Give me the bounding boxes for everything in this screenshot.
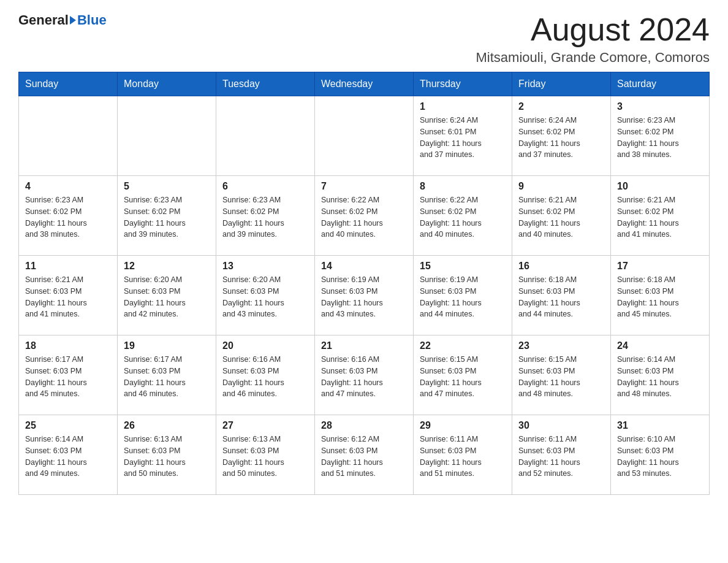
calendar-cell: 23Sunrise: 6:15 AMSunset: 6:03 PMDayligh… xyxy=(512,335,611,415)
day-info: Sunrise: 6:18 AMSunset: 6:03 PMDaylight:… xyxy=(518,274,604,320)
calendar-cell: 17Sunrise: 6:18 AMSunset: 6:03 PMDayligh… xyxy=(611,256,710,335)
calendar-cell: 9Sunrise: 6:21 AMSunset: 6:02 PMDaylight… xyxy=(512,176,611,256)
day-info: Sunrise: 6:14 AMSunset: 6:03 PMDaylight:… xyxy=(25,434,111,480)
calendar-cell: 22Sunrise: 6:15 AMSunset: 6:03 PMDayligh… xyxy=(414,335,512,415)
day-number: 11 xyxy=(25,261,111,272)
logo-arrow-icon xyxy=(70,16,76,25)
calendar-cell: 13Sunrise: 6:20 AMSunset: 6:03 PMDayligh… xyxy=(216,256,315,335)
day-number: 27 xyxy=(222,420,308,431)
calendar-cell: 19Sunrise: 6:17 AMSunset: 6:03 PMDayligh… xyxy=(118,335,216,415)
header-saturday: Saturday xyxy=(611,72,710,96)
header-wednesday: Wednesday xyxy=(315,72,414,96)
day-number: 22 xyxy=(420,340,506,351)
day-info: Sunrise: 6:11 AMSunset: 6:03 PMDaylight:… xyxy=(518,434,604,480)
day-info: Sunrise: 6:23 AMSunset: 6:02 PMDaylight:… xyxy=(124,194,210,240)
calendar-cell: 12Sunrise: 6:20 AMSunset: 6:03 PMDayligh… xyxy=(118,256,216,335)
header-friday: Friday xyxy=(512,72,611,96)
week-row-4: 18Sunrise: 6:17 AMSunset: 6:03 PMDayligh… xyxy=(19,335,710,415)
day-number: 1 xyxy=(420,101,506,112)
day-info: Sunrise: 6:21 AMSunset: 6:03 PMDaylight:… xyxy=(25,274,111,320)
day-number: 12 xyxy=(124,261,210,272)
header-monday: Monday xyxy=(118,72,216,96)
day-info: Sunrise: 6:22 AMSunset: 6:02 PMDaylight:… xyxy=(420,194,506,240)
calendar-cell: 16Sunrise: 6:18 AMSunset: 6:03 PMDayligh… xyxy=(512,256,611,335)
day-info: Sunrise: 6:10 AMSunset: 6:03 PMDaylight:… xyxy=(617,434,703,480)
title-block: August 2024 Mitsamiouli, Grande Comore, … xyxy=(476,12,710,66)
day-info: Sunrise: 6:19 AMSunset: 6:03 PMDaylight:… xyxy=(321,274,407,320)
day-number: 29 xyxy=(420,420,506,431)
day-info: Sunrise: 6:20 AMSunset: 6:03 PMDaylight:… xyxy=(222,274,308,320)
calendar-cell: 1Sunrise: 6:24 AMSunset: 6:01 PMDaylight… xyxy=(414,96,512,176)
day-info: Sunrise: 6:23 AMSunset: 6:02 PMDaylight:… xyxy=(25,194,111,240)
calendar-cell xyxy=(118,96,216,176)
day-info: Sunrise: 6:21 AMSunset: 6:02 PMDaylight:… xyxy=(617,194,703,240)
calendar-cell: 21Sunrise: 6:16 AMSunset: 6:03 PMDayligh… xyxy=(315,335,414,415)
calendar-cell: 15Sunrise: 6:19 AMSunset: 6:03 PMDayligh… xyxy=(414,256,512,335)
day-info: Sunrise: 6:22 AMSunset: 6:02 PMDaylight:… xyxy=(321,194,407,240)
page-header: General Blue August 2024 Mitsamiouli, Gr… xyxy=(18,12,710,66)
day-number: 6 xyxy=(222,181,308,192)
calendar-cell: 11Sunrise: 6:21 AMSunset: 6:03 PMDayligh… xyxy=(19,256,118,335)
day-number: 2 xyxy=(518,101,604,112)
calendar-table: SundayMondayTuesdayWednesdayThursdayFrid… xyxy=(18,72,710,495)
calendar-cell xyxy=(315,96,414,176)
day-number: 25 xyxy=(25,420,111,431)
day-number: 15 xyxy=(420,261,506,272)
day-number: 23 xyxy=(518,340,604,351)
week-row-3: 11Sunrise: 6:21 AMSunset: 6:03 PMDayligh… xyxy=(19,256,710,335)
calendar-cell: 8Sunrise: 6:22 AMSunset: 6:02 PMDaylight… xyxy=(414,176,512,256)
day-number: 14 xyxy=(321,261,407,272)
calendar-cell: 28Sunrise: 6:12 AMSunset: 6:03 PMDayligh… xyxy=(315,415,414,495)
day-number: 17 xyxy=(617,261,703,272)
week-row-1: 1Sunrise: 6:24 AMSunset: 6:01 PMDaylight… xyxy=(19,96,710,176)
day-info: Sunrise: 6:11 AMSunset: 6:03 PMDaylight:… xyxy=(420,434,506,480)
calendar-cell: 31Sunrise: 6:10 AMSunset: 6:03 PMDayligh… xyxy=(611,415,710,495)
day-number: 18 xyxy=(25,340,111,351)
header-sunday: Sunday xyxy=(19,72,118,96)
logo-blue: Blue xyxy=(77,12,107,28)
calendar-cell: 24Sunrise: 6:14 AMSunset: 6:03 PMDayligh… xyxy=(611,335,710,415)
day-info: Sunrise: 6:15 AMSunset: 6:03 PMDaylight:… xyxy=(518,354,604,400)
calendar-cell: 25Sunrise: 6:14 AMSunset: 6:03 PMDayligh… xyxy=(19,415,118,495)
day-number: 28 xyxy=(321,420,407,431)
calendar-header-row: SundayMondayTuesdayWednesdayThursdayFrid… xyxy=(19,72,710,96)
day-number: 9 xyxy=(518,181,604,192)
day-info: Sunrise: 6:18 AMSunset: 6:03 PMDaylight:… xyxy=(617,274,703,320)
calendar-cell xyxy=(216,96,315,176)
day-info: Sunrise: 6:14 AMSunset: 6:03 PMDaylight:… xyxy=(617,354,703,400)
day-number: 4 xyxy=(25,181,111,192)
calendar-cell: 6Sunrise: 6:23 AMSunset: 6:02 PMDaylight… xyxy=(216,176,315,256)
week-row-2: 4Sunrise: 6:23 AMSunset: 6:02 PMDaylight… xyxy=(19,176,710,256)
day-info: Sunrise: 6:13 AMSunset: 6:03 PMDaylight:… xyxy=(222,434,308,480)
logo: General Blue xyxy=(18,12,107,28)
calendar-cell: 14Sunrise: 6:19 AMSunset: 6:03 PMDayligh… xyxy=(315,256,414,335)
day-number: 16 xyxy=(518,261,604,272)
logo-general: General xyxy=(18,12,69,28)
calendar-cell: 29Sunrise: 6:11 AMSunset: 6:03 PMDayligh… xyxy=(414,415,512,495)
header-thursday: Thursday xyxy=(414,72,512,96)
day-info: Sunrise: 6:16 AMSunset: 6:03 PMDaylight:… xyxy=(321,354,407,400)
day-number: 24 xyxy=(617,340,703,351)
calendar-cell: 5Sunrise: 6:23 AMSunset: 6:02 PMDaylight… xyxy=(118,176,216,256)
day-info: Sunrise: 6:24 AMSunset: 6:02 PMDaylight:… xyxy=(518,115,604,161)
main-title: August 2024 xyxy=(476,12,710,47)
calendar-cell: 4Sunrise: 6:23 AMSunset: 6:02 PMDaylight… xyxy=(19,176,118,256)
day-info: Sunrise: 6:21 AMSunset: 6:02 PMDaylight:… xyxy=(518,194,604,240)
day-info: Sunrise: 6:12 AMSunset: 6:03 PMDaylight:… xyxy=(321,434,407,480)
day-info: Sunrise: 6:24 AMSunset: 6:01 PMDaylight:… xyxy=(420,115,506,161)
calendar-cell: 18Sunrise: 6:17 AMSunset: 6:03 PMDayligh… xyxy=(19,335,118,415)
day-info: Sunrise: 6:20 AMSunset: 6:03 PMDaylight:… xyxy=(124,274,210,320)
day-info: Sunrise: 6:23 AMSunset: 6:02 PMDaylight:… xyxy=(617,115,703,161)
calendar-cell: 7Sunrise: 6:22 AMSunset: 6:02 PMDaylight… xyxy=(315,176,414,256)
calendar-cell: 2Sunrise: 6:24 AMSunset: 6:02 PMDaylight… xyxy=(512,96,611,176)
calendar-cell: 10Sunrise: 6:21 AMSunset: 6:02 PMDayligh… xyxy=(611,176,710,256)
day-number: 19 xyxy=(124,340,210,351)
calendar-cell: 20Sunrise: 6:16 AMSunset: 6:03 PMDayligh… xyxy=(216,335,315,415)
header-tuesday: Tuesday xyxy=(216,72,315,96)
calendar-cell: 30Sunrise: 6:11 AMSunset: 6:03 PMDayligh… xyxy=(512,415,611,495)
day-info: Sunrise: 6:13 AMSunset: 6:03 PMDaylight:… xyxy=(124,434,210,480)
day-info: Sunrise: 6:23 AMSunset: 6:02 PMDaylight:… xyxy=(222,194,308,240)
day-number: 31 xyxy=(617,420,703,431)
week-row-5: 25Sunrise: 6:14 AMSunset: 6:03 PMDayligh… xyxy=(19,415,710,495)
day-number: 21 xyxy=(321,340,407,351)
